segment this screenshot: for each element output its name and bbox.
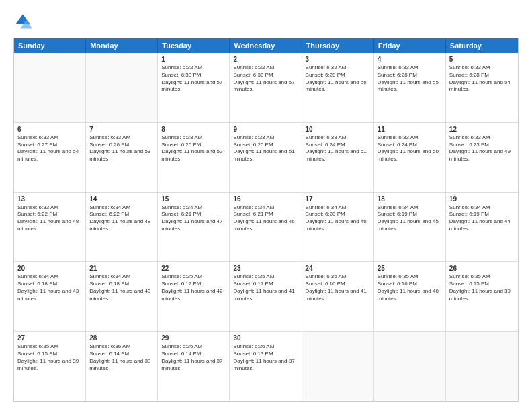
cal-cell: 28Sunrise: 6:36 AM Sunset: 6:14 PM Dayli… [86, 332, 158, 401]
calendar-header: SundayMondayTuesdayWednesdayThursdayFrid… [14, 38, 518, 53]
cell-info: Sunrise: 6:34 AM Sunset: 6:18 PM Dayligh… [89, 273, 154, 302]
cal-cell: 24Sunrise: 6:35 AM Sunset: 6:16 PM Dayli… [302, 262, 374, 331]
cal-cell [14, 53, 86, 122]
day-number: 28 [89, 334, 154, 342]
cell-info: Sunrise: 6:36 AM Sunset: 6:14 PM Dayligh… [89, 343, 154, 372]
cal-row-2: 13Sunrise: 6:33 AM Sunset: 6:22 PM Dayli… [14, 193, 518, 263]
header-day-sunday: Sunday [14, 38, 86, 53]
cell-info: Sunrise: 6:33 AM Sunset: 6:27 PM Dayligh… [17, 134, 82, 163]
cal-cell [446, 332, 518, 401]
day-number: 16 [233, 195, 298, 203]
cell-info: Sunrise: 6:35 AM Sunset: 6:15 PM Dayligh… [17, 343, 82, 372]
cell-info: Sunrise: 6:32 AM Sunset: 6:30 PM Dayligh… [233, 64, 298, 93]
day-number: 25 [378, 265, 442, 272]
cal-cell [302, 332, 374, 401]
day-number: 23 [233, 265, 298, 272]
cal-cell: 21Sunrise: 6:34 AM Sunset: 6:18 PM Dayli… [86, 262, 158, 331]
cell-info: Sunrise: 6:33 AM Sunset: 6:23 PM Dayligh… [449, 134, 515, 163]
cell-info: Sunrise: 6:34 AM Sunset: 6:22 PM Dayligh… [89, 204, 154, 233]
cal-row-4: 27Sunrise: 6:35 AM Sunset: 6:15 PM Dayli… [14, 332, 518, 401]
header-day-thursday: Thursday [302, 38, 374, 53]
logo-icon [13, 12, 32, 31]
cell-info: Sunrise: 6:34 AM Sunset: 6:19 PM Dayligh… [378, 204, 442, 233]
cell-info: Sunrise: 6:32 AM Sunset: 6:30 PM Dayligh… [161, 64, 226, 93]
day-number: 3 [306, 56, 370, 63]
day-number: 2 [233, 56, 298, 63]
header [13, 12, 519, 31]
cal-cell: 2Sunrise: 6:32 AM Sunset: 6:30 PM Daylig… [230, 53, 302, 122]
cal-cell: 13Sunrise: 6:33 AM Sunset: 6:22 PM Dayli… [14, 193, 86, 262]
cal-cell: 3Sunrise: 6:32 AM Sunset: 6:29 PM Daylig… [302, 53, 374, 122]
cell-info: Sunrise: 6:33 AM Sunset: 6:28 PM Dayligh… [449, 64, 515, 93]
cal-row-0: 1Sunrise: 6:32 AM Sunset: 6:30 PM Daylig… [14, 53, 518, 123]
cal-row-3: 20Sunrise: 6:34 AM Sunset: 6:18 PM Dayli… [14, 262, 518, 332]
cell-info: Sunrise: 6:34 AM Sunset: 6:21 PM Dayligh… [161, 204, 226, 233]
cell-info: Sunrise: 6:33 AM Sunset: 6:24 PM Dayligh… [378, 134, 442, 163]
cal-cell: 17Sunrise: 6:34 AM Sunset: 6:20 PM Dayli… [302, 193, 374, 262]
cell-info: Sunrise: 6:34 AM Sunset: 6:18 PM Dayligh… [17, 273, 82, 302]
day-number: 27 [17, 334, 82, 342]
cell-info: Sunrise: 6:33 AM Sunset: 6:25 PM Dayligh… [233, 134, 298, 163]
day-number: 5 [449, 56, 515, 63]
header-day-friday: Friday [374, 38, 446, 53]
cell-info: Sunrise: 6:34 AM Sunset: 6:20 PM Dayligh… [306, 204, 370, 233]
cell-info: Sunrise: 6:35 AM Sunset: 6:17 PM Dayligh… [233, 273, 298, 302]
day-number: 29 [161, 334, 226, 342]
cell-info: Sunrise: 6:35 AM Sunset: 6:15 PM Dayligh… [449, 273, 515, 302]
day-number: 9 [233, 126, 298, 133]
cell-info: Sunrise: 6:33 AM Sunset: 6:28 PM Dayligh… [378, 64, 442, 93]
day-number: 11 [378, 126, 442, 133]
cal-cell: 8Sunrise: 6:33 AM Sunset: 6:26 PM Daylig… [158, 123, 230, 192]
cal-cell: 7Sunrise: 6:33 AM Sunset: 6:26 PM Daylig… [86, 123, 158, 192]
cal-row-1: 6Sunrise: 6:33 AM Sunset: 6:27 PM Daylig… [14, 123, 518, 193]
cell-info: Sunrise: 6:34 AM Sunset: 6:21 PM Dayligh… [233, 204, 298, 233]
cal-cell: 18Sunrise: 6:34 AM Sunset: 6:19 PM Dayli… [374, 193, 446, 262]
cal-cell: 26Sunrise: 6:35 AM Sunset: 6:15 PM Dayli… [446, 262, 518, 331]
cell-info: Sunrise: 6:36 AM Sunset: 6:13 PM Dayligh… [233, 343, 298, 372]
cal-cell: 29Sunrise: 6:36 AM Sunset: 6:14 PM Dayli… [158, 332, 230, 401]
cell-info: Sunrise: 6:32 AM Sunset: 6:29 PM Dayligh… [306, 64, 370, 93]
day-number: 6 [17, 126, 82, 133]
day-number: 13 [17, 195, 82, 203]
cal-cell: 25Sunrise: 6:35 AM Sunset: 6:16 PM Dayli… [374, 262, 446, 331]
day-number: 26 [449, 265, 515, 272]
day-number: 24 [306, 265, 370, 272]
page: SundayMondayTuesdayWednesdayThursdayFrid… [0, 0, 532, 411]
cell-info: Sunrise: 6:34 AM Sunset: 6:19 PM Dayligh… [449, 204, 515, 233]
cal-cell: 15Sunrise: 6:34 AM Sunset: 6:21 PM Dayli… [158, 193, 230, 262]
day-number: 12 [449, 126, 515, 133]
day-number: 1 [161, 56, 226, 63]
day-number: 21 [89, 265, 154, 272]
cell-info: Sunrise: 6:36 AM Sunset: 6:14 PM Dayligh… [161, 343, 226, 372]
day-number: 8 [161, 126, 226, 133]
day-number: 10 [306, 126, 370, 133]
cell-info: Sunrise: 6:35 AM Sunset: 6:17 PM Dayligh… [161, 273, 226, 302]
logo [13, 12, 35, 31]
cal-cell: 5Sunrise: 6:33 AM Sunset: 6:28 PM Daylig… [446, 53, 518, 122]
cell-info: Sunrise: 6:33 AM Sunset: 6:26 PM Dayligh… [89, 134, 154, 163]
cal-cell [374, 332, 446, 401]
day-number: 18 [378, 195, 442, 203]
header-day-monday: Monday [86, 38, 158, 53]
day-number: 14 [89, 195, 154, 203]
cal-cell: 1Sunrise: 6:32 AM Sunset: 6:30 PM Daylig… [158, 53, 230, 122]
header-day-saturday: Saturday [446, 38, 518, 53]
cal-cell: 14Sunrise: 6:34 AM Sunset: 6:22 PM Dayli… [86, 193, 158, 262]
cal-cell: 30Sunrise: 6:36 AM Sunset: 6:13 PM Dayli… [230, 332, 302, 401]
day-number: 7 [89, 126, 154, 133]
calendar-body: 1Sunrise: 6:32 AM Sunset: 6:30 PM Daylig… [14, 53, 518, 401]
cal-cell: 9Sunrise: 6:33 AM Sunset: 6:25 PM Daylig… [230, 123, 302, 192]
cal-cell: 11Sunrise: 6:33 AM Sunset: 6:24 PM Dayli… [374, 123, 446, 192]
cal-cell: 4Sunrise: 6:33 AM Sunset: 6:28 PM Daylig… [374, 53, 446, 122]
header-day-wednesday: Wednesday [230, 38, 302, 53]
day-number: 17 [306, 195, 370, 203]
cal-cell: 12Sunrise: 6:33 AM Sunset: 6:23 PM Dayli… [446, 123, 518, 192]
cell-info: Sunrise: 6:35 AM Sunset: 6:16 PM Dayligh… [378, 273, 442, 302]
day-number: 22 [161, 265, 226, 272]
cal-cell: 19Sunrise: 6:34 AM Sunset: 6:19 PM Dayli… [446, 193, 518, 262]
day-number: 30 [233, 334, 298, 342]
cell-info: Sunrise: 6:33 AM Sunset: 6:26 PM Dayligh… [161, 134, 226, 163]
day-number: 20 [17, 265, 82, 272]
cell-info: Sunrise: 6:33 AM Sunset: 6:24 PM Dayligh… [306, 134, 370, 163]
cal-cell [86, 53, 158, 122]
